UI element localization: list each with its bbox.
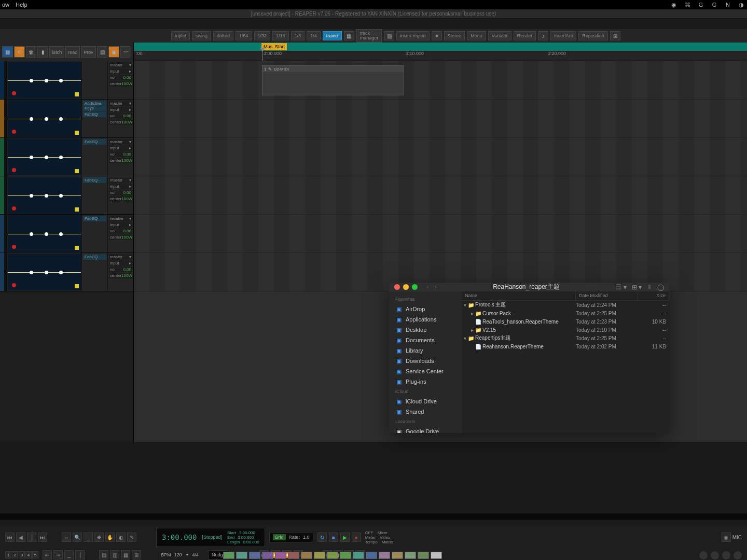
grid-14-button[interactable]: 1/4 [307,31,321,40]
reposition-button[interactable]: Reposition [578,31,608,40]
fx-slot[interactable]: FabEQ [83,254,106,260]
fx-slot[interactable]: FabEQ [83,216,106,221]
grid-164-button[interactable]: 1/64 [236,31,252,40]
env-handle[interactable] [75,169,79,173]
arrange-track-row[interactable] [134,215,747,253]
file-row[interactable]: ▾📁Reapertips主题Today at 2:25 PM-- [462,334,669,342]
color-swatch[interactable] [431,552,442,559]
tool-button[interactable]: ⇥ [53,550,63,559]
color-swatch[interactable] [353,552,364,559]
column-size[interactable]: Size [638,291,669,300]
toolbar-icon[interactable]: ♪ [538,31,548,40]
toolbar-icon[interactable]: ✦ [432,31,442,40]
track-fx-panel[interactable]: FabEQ [81,176,107,214]
env-handle[interactable] [75,246,79,250]
track-header[interactable]: FabEQ master▾ input▸ vol0.00 center100W [0,176,133,215]
file-row[interactable]: ▸📁Cursor PackToday at 2:25 PM-- [462,309,669,317]
track-fx-panel[interactable] [81,61,107,99]
record-arm-icon[interactable] [12,91,16,95]
arrange-track-row[interactable] [134,138,747,176]
fx-slot[interactable]: Addictive Keys [83,101,106,111]
track-header[interactable]: FabEQ master▾ input▸ vol0.00 center100W [0,253,133,291]
color-swatch[interactable] [288,552,299,559]
color-swatch[interactable] [418,552,429,559]
arrange-track-row[interactable] [134,176,747,215]
tool-button[interactable]: ▤ [97,46,108,58]
marker[interactable]: Mus_Start [261,43,287,50]
color-swatch[interactable] [301,552,312,559]
render-button[interactable]: Render [514,31,536,40]
track-fx-panel[interactable]: FabEQ [81,253,107,291]
finder-window[interactable]: ‹ › ReaHanson_reaper主题 ☰ ▾ ⊞ ▾ ⇪ ◯ Favor… [389,283,669,433]
automation-latch-button[interactable]: latch [49,46,64,58]
color-swatch[interactable] [223,552,234,559]
color-swatch[interactable] [249,552,260,559]
color-swatch[interactable] [327,552,338,559]
transport-end-button[interactable]: ⏭ [38,533,47,542]
file-row[interactable]: ▸📁V2.15Today at 2:10 PM-- [462,326,669,334]
automation-read-button[interactable]: read [65,46,80,58]
toolbar-icon[interactable]: ⊞ [610,31,620,40]
env-handle[interactable] [75,131,79,135]
grid-swing-button[interactable]: swing [192,31,211,40]
playhead[interactable] [262,51,262,61]
status-icon[interactable]: G [711,1,718,8]
tag-button[interactable]: ◯ [657,284,664,291]
marker-lane[interactable]: Mus_Start [134,43,747,51]
layout-1-button[interactable]: 1 [5,551,11,558]
back-button[interactable]: ‹ [427,284,428,290]
bottom-icon[interactable] [722,551,730,559]
sidebar-item[interactable]: ▣Documents [389,335,462,345]
color-swatch[interactable] [236,552,247,559]
forward-button[interactable]: › [435,284,436,290]
fx-slot[interactable]: FabEQ [83,139,106,145]
mic-toggle[interactable]: ◉ [722,533,731,542]
midi-clip[interactable]: 1 ✎ 02-MIDI [262,65,404,95]
file-row[interactable]: 📄Reahanson.ReaperThemeToday at 2:02 PM11… [462,342,669,351]
sidebar-item[interactable]: ▣Applications [389,314,462,325]
tool-button[interactable]: ▤ [99,550,108,559]
grid-rate-box[interactable]: Grid Rate: 1.0 [269,532,313,542]
track-control-panel[interactable]: master▾ input▸ vol0.00 center100W [107,100,133,137]
tool-button[interactable]: ↔ [62,533,71,542]
horizontal-scrollbar[interactable] [0,520,747,525]
column-date[interactable]: Date Modified [576,291,638,300]
fx-slot[interactable]: FabEQ [83,111,106,117]
grid-132-button[interactable]: 1/32 [254,31,271,40]
track-header[interactable]: Addictive KeysFabEQ master▾ input▸ vol0.… [0,100,133,138]
tool-button[interactable]: ▦ [121,550,130,559]
track-fx-panel[interactable]: FabEQ [81,138,107,176]
track-control-panel[interactable]: master▾ input▸ vol0.00 center100W [107,61,133,99]
variator-button[interactable]: Variator [488,31,511,40]
env-handle[interactable] [75,207,79,212]
loop-button[interactable]: ↻ [317,533,327,542]
tool-button[interactable]: ⊞ [132,550,141,559]
record-arm-icon[interactable] [12,206,16,211]
bottom-icon[interactable] [699,551,708,559]
grid-18-button[interactable]: 1/8 [291,31,305,40]
mono-button[interactable]: Mono [467,31,486,40]
tool-button[interactable]: ⎯ [64,550,74,559]
grid-frame-button[interactable]: frame [323,31,342,40]
status-icon[interactable]: ◑ [738,1,745,8]
record-button[interactable]: ● [352,533,361,542]
view-matrix[interactable]: OFFMixer MeterVideo TempoMatrix [365,530,393,544]
bottom-icon[interactable] [711,551,719,559]
track-envelope[interactable] [7,253,81,291]
tool-button[interactable]: ⟲ [14,46,25,58]
toolbar-icon[interactable]: ▦ [344,31,354,40]
stop-button[interactable]: ■ [329,533,338,542]
sidebar-item[interactable]: ▣Google Drive [389,426,462,433]
tool-button[interactable]: ▦ [2,46,13,58]
arrange-track-row[interactable] [134,100,747,138]
menu-help[interactable]: Help [16,2,27,8]
layout-4-button[interactable]: 4 [25,551,32,558]
zoom-button[interactable]: 🔍 [73,533,82,542]
track-fx-panel[interactable]: FabEQ [81,215,107,253]
tool-button[interactable]: 〰 [120,46,131,58]
track-envelope[interactable] [7,138,81,176]
layout-2-button[interactable]: 2 [12,551,18,558]
sidebar-item[interactable]: ▣AirDrop [389,304,462,314]
sidebar-item[interactable]: ▣Library [389,345,462,356]
play-button[interactable]: ▶ [340,533,350,542]
